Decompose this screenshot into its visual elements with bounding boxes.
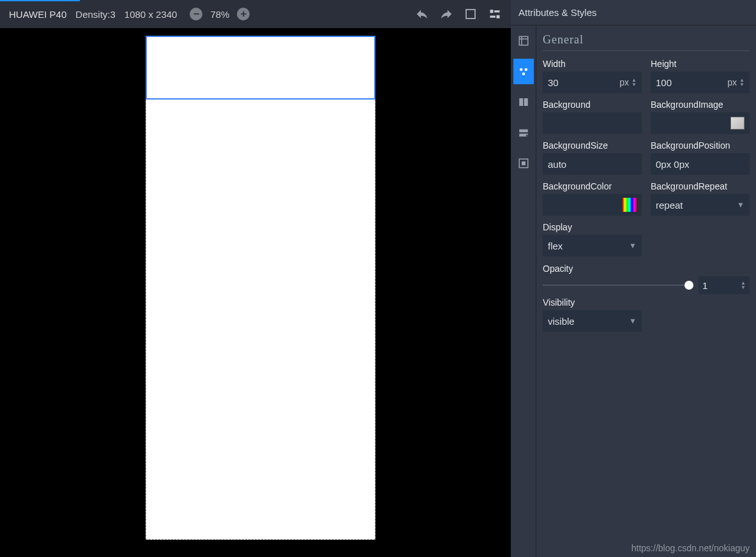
toolbar-actions xyxy=(415,7,502,21)
opacity-value-input[interactable]: 1▲▼ xyxy=(699,276,750,294)
preview-area xyxy=(0,28,511,557)
backgroundcolor-label: BackgroundColor xyxy=(543,181,642,191)
color-picker-icon[interactable] xyxy=(623,198,637,212)
height-label: Height xyxy=(651,59,750,69)
backgroundimage-label: BackgroundImage xyxy=(651,100,750,110)
backgroundcolor-input[interactable] xyxy=(543,194,642,216)
opacity-label: Opacity xyxy=(543,264,573,274)
backgroundrepeat-select[interactable]: repeat▼ xyxy=(651,194,750,216)
height-input[interactable]: 100 px ▲▼ xyxy=(651,71,750,93)
backgroundsize-label: BackgroundSize xyxy=(543,140,642,151)
svg-point-7 xyxy=(525,135,527,137)
panel-tabs xyxy=(511,26,536,557)
tab-container[interactable] xyxy=(513,151,534,176)
undo-icon[interactable] xyxy=(415,7,429,21)
svg-rect-4 xyxy=(524,98,527,106)
svg-point-0 xyxy=(520,68,523,71)
svg-point-1 xyxy=(524,68,527,71)
properties-list: General Width 30 px ▲▼ Height 100 px ▲▼ xyxy=(536,26,756,557)
top-bar: HUAWEI P40 Density:3 1080 x 2340 − 78% + xyxy=(0,0,511,28)
svg-rect-3 xyxy=(519,98,523,106)
svg-rect-5 xyxy=(519,130,528,133)
backgroundsize-input[interactable]: auto xyxy=(543,153,642,175)
svg-rect-9 xyxy=(522,161,525,165)
chevron-down-icon: ▼ xyxy=(737,200,745,209)
zoom-controls: − 78% + xyxy=(190,8,250,20)
backgroundimage-input[interactable] xyxy=(651,112,750,134)
zoom-value: 78% xyxy=(210,9,229,20)
watermark: https://blog.csdn.net/nokiaguy xyxy=(631,543,750,553)
stepper-icon[interactable]: ▲▼ xyxy=(631,78,637,87)
chevron-down-icon: ▼ xyxy=(629,316,637,325)
background-input[interactable] xyxy=(543,112,642,134)
tab-data[interactable] xyxy=(513,120,534,145)
visibility-select[interactable]: visible▼ xyxy=(543,310,642,332)
device-name: HUAWEI P40 xyxy=(9,9,66,20)
stepper-icon[interactable]: ▲▼ xyxy=(741,281,746,290)
backgroundrepeat-label: BackgroundRepeat xyxy=(651,181,750,191)
zoom-in-button[interactable]: + xyxy=(237,8,250,20)
tab-box-model[interactable] xyxy=(513,28,534,54)
selected-element-overlay[interactable] xyxy=(146,36,375,100)
stepper-icon[interactable]: ▲▼ xyxy=(739,78,745,87)
tab-layout[interactable] xyxy=(513,89,534,115)
zoom-out-button[interactable]: − xyxy=(190,8,202,20)
section-title: General xyxy=(543,33,750,51)
display-select[interactable]: flex▼ xyxy=(543,235,642,256)
backgroundposition-label: BackgroundPosition xyxy=(651,140,750,151)
backgroundposition-input[interactable]: 0px 0px xyxy=(651,153,750,175)
svg-point-2 xyxy=(522,73,525,76)
chevron-down-icon: ▼ xyxy=(629,241,637,250)
resolution-label: 1080 x 2340 xyxy=(125,9,178,20)
attributes-panel: Attributes & Styles General Width 30 px … xyxy=(511,0,756,557)
visibility-label: Visibility xyxy=(543,297,642,308)
progress-indicator xyxy=(0,0,80,1)
image-placeholder-icon[interactable] xyxy=(730,117,745,130)
background-label: Background xyxy=(543,100,642,110)
redo-icon[interactable] xyxy=(439,7,453,21)
panel-title: Attributes & Styles xyxy=(511,0,756,26)
opacity-slider[interactable] xyxy=(543,285,693,286)
width-label: Width xyxy=(543,59,642,69)
slider-thumb[interactable] xyxy=(684,281,693,290)
device-canvas[interactable] xyxy=(146,36,375,540)
width-input[interactable]: 30 px ▲▼ xyxy=(543,71,642,93)
display-label: Display xyxy=(543,222,642,232)
swap-layout-icon[interactable] xyxy=(488,7,502,21)
tab-general[interactable] xyxy=(513,59,534,84)
density-label: Density:3 xyxy=(75,9,116,20)
device-frame-icon[interactable] xyxy=(464,7,478,21)
